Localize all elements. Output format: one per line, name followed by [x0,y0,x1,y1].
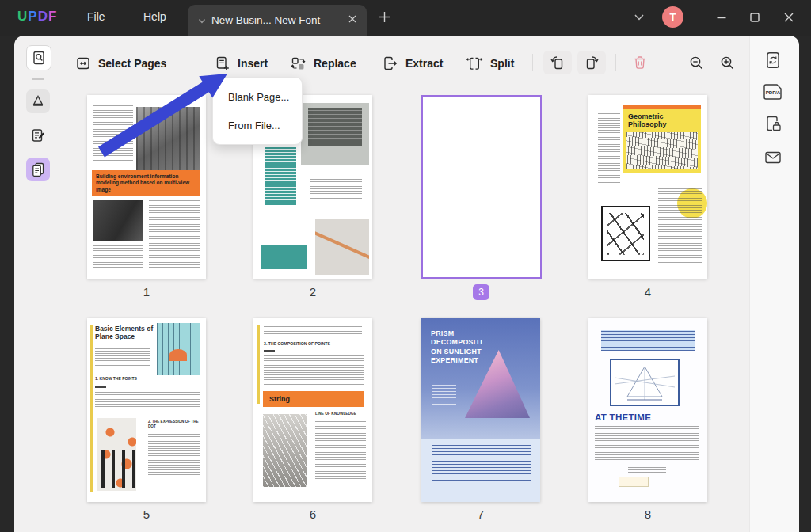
extract-page-icon [382,55,398,72]
page-refresh-icon [763,51,782,70]
page6-photo-strings [263,414,307,487]
avatar-initial: T [670,11,676,23]
page7-caption-lines [432,382,456,407]
insert-label: Insert [238,57,268,70]
page-thumbnail-6[interactable]: 3. THE COMPOSITION OF POINTS String LINE… [253,318,372,502]
page5-teal-image [157,323,200,375]
page-thumbnail-5[interactable]: Basic Elements of Plane Space 1. KNOW TH… [87,318,206,502]
page6-orange-banner: String [263,391,364,407]
select-pages-icon [75,55,91,71]
sidebar-item-edit[interactable] [26,124,50,147]
page4-wavy-art [626,132,698,169]
tab-close-icon[interactable] [348,14,357,24]
page4-orange-strip [623,105,701,109]
page6-heading-2: LINE OF KNOWLEDGE [315,412,356,416]
document-tab[interactable]: New Busin... New Font [188,5,367,36]
page8-small-button [619,477,649,487]
page-number-6: 6 [253,507,372,521]
menu-item-from-file[interactable]: From File... [213,111,302,139]
page4-framed-art [601,206,650,261]
app-window: UPDF File Help New Busin... New Font T S… [0,0,811,532]
toolbar-divider [615,54,616,71]
page-thumbnail-4[interactable]: Geometric Philosophy [588,95,707,279]
sidebar-divider [32,78,44,80]
page1-text-block [93,245,143,268]
page2-photo-pencil [315,219,369,275]
select-pages-button[interactable]: Select Pages [75,52,166,74]
tab-chevron-icon[interactable] [198,18,206,25]
extract-button[interactable]: Extract [382,52,443,74]
new-tab-button[interactable] [378,10,391,24]
page5-title: Basic Elements of Plane Space [95,325,154,340]
rotate-right-button[interactable] [577,51,606,74]
page6-banner-text: String [269,395,290,403]
page4-title: Geometric Philosophy [628,112,696,129]
page-lock-button[interactable] [763,113,783,137]
page6-text-block [264,355,364,386]
search-page-icon [31,50,47,66]
titlebar-chevron-icon[interactable] [634,13,645,21]
page-thumbnail-7[interactable]: PRISM DECOMPOSITI ON SUNLIGHT EXPERIMENT [421,318,540,502]
page8-heading: AT THETIME [595,412,651,422]
split-label: Split [490,57,514,70]
titlebar: UPDF File Help New Busin... New Font T [0,0,811,36]
page4-yellow-banner: Geometric Philosophy [623,105,701,173]
page-refresh-button[interactable] [763,51,782,73]
delete-page-button[interactable] [626,51,654,74]
page-number-2: 2 [253,285,372,298]
zoom-in-button[interactable] [713,51,741,74]
page1-banner-text: Building environment information modelin… [96,173,196,193]
sidebar-item-search[interactable] [26,45,51,70]
insert-page-icon [214,55,230,72]
updf-logo: UPDF [17,9,57,25]
edit-note-icon [30,127,46,143]
tab-title: New Busin... New Font [211,14,320,26]
page5-dot-art [97,418,136,491]
page-number-4: 4 [588,285,707,298]
right-sidebar [749,36,799,532]
sidebar-item-organize-pages[interactable] [26,158,50,181]
page5-text-block [148,434,200,475]
menu-help[interactable]: Help [143,10,166,23]
page-number-8: 8 [588,507,707,521]
page2-teal-text-block [260,142,301,210]
insert-dropdown-menu: Blank Page... From File... [212,77,303,145]
pencil-icon [30,93,46,109]
toolbar-divider [532,54,533,71]
split-button[interactable]: Split [466,52,514,74]
rotate-right-icon [583,54,600,71]
close-button[interactable] [782,11,795,24]
account-avatar[interactable]: T [662,6,683,28]
zoom-in-icon [719,55,736,71]
menu-item-blank-page[interactable]: Blank Page... [213,82,302,111]
page-number-3-badge: 3 [473,284,489,300]
sidebar-item-markup[interactable] [26,89,50,113]
zoom-out-button[interactable] [682,51,710,74]
page8-diagram [610,359,680,406]
page8-small-text [628,467,666,473]
replace-page-icon [290,55,307,72]
page-thumbnail-8[interactable]: AT THETIME [588,318,707,502]
logo-letter: F [48,9,57,24]
page8-blue-header [595,325,701,356]
pdfa-button[interactable]: PDF/A [761,82,785,105]
select-pages-label: Select Pages [98,57,166,70]
insert-button[interactable]: Insert [214,52,268,74]
page7-title: PRISM DECOMPOSITI ON SUNLIGHT EXPERIMENT [431,329,494,366]
page6-heading-rule [264,350,275,352]
mail-button[interactable] [763,149,783,169]
replace-button[interactable]: Replace [290,52,356,74]
page7-text-block [432,445,531,481]
maximize-button[interactable] [748,11,761,24]
page4-text-column [658,188,702,264]
page1-photo-person [93,200,143,241]
rotate-left-button[interactable] [543,51,572,74]
logo-letter: U [17,9,28,24]
page2-teal-rect [261,245,307,269]
page-thumbnail-1[interactable]: Building environment information modelin… [87,95,206,279]
page-thumbnail-3-selected[interactable] [421,95,542,279]
menu-file[interactable]: File [87,10,105,23]
organize-pages-icon [30,162,46,177]
minimize-button[interactable] [715,11,728,24]
page5-heading-1: 1. KNOW THE POINTS [95,376,137,381]
